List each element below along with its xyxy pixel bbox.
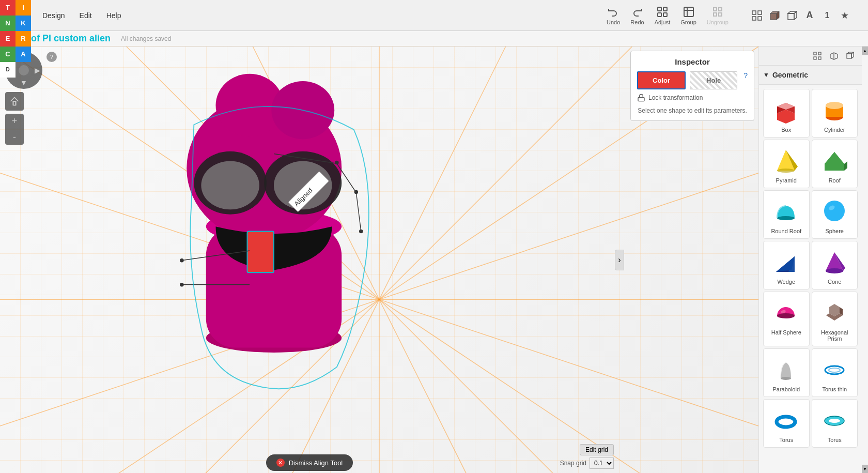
- main-content: Aligned ▲ ▼ ◀: [0, 47, 868, 473]
- half-sphere-svg: [772, 298, 800, 326]
- menu-items: Design Edit Help: [31, 8, 133, 23]
- view-star-icon[interactable]: ★: [837, 8, 853, 23]
- view-grid-icon[interactable]: [749, 8, 765, 23]
- svg-point-108: [829, 419, 840, 423]
- round-roof-shape-icon: [771, 195, 802, 226]
- hex-prism-shape-icon: [819, 296, 850, 327]
- view-3d-icon[interactable]: [767, 8, 782, 23]
- shape-cylinder[interactable]: Cylinder: [812, 89, 858, 138]
- ungroup-icon: [711, 6, 724, 18]
- view-text-icon[interactable]: A: [802, 8, 817, 23]
- shape-hex-prism[interactable]: Hexagonal Prism: [812, 292, 858, 346]
- zoom-out-button[interactable]: -: [5, 129, 24, 145]
- sphere-svg: [820, 196, 849, 225]
- color-button[interactable]: Color: [637, 71, 686, 89]
- scroll-down-button[interactable]: ▼: [862, 465, 868, 473]
- chevron-right-icon: ›: [618, 255, 621, 265]
- roof-svg: [820, 146, 849, 174]
- nav-down-arrow: ▼: [20, 79, 27, 87]
- scroll-thumb[interactable]: [862, 55, 868, 465]
- half-sphere-shape-icon: [771, 296, 802, 327]
- svg-rect-2: [658, 13, 661, 17]
- panel-collapse-handle[interactable]: ›: [615, 250, 624, 270]
- menu-design[interactable]: Design: [36, 8, 71, 23]
- shape-wedge[interactable]: Wedge: [763, 241, 810, 289]
- menu-help[interactable]: Help: [100, 8, 128, 23]
- inspector-help-icon[interactable]: ?: [743, 71, 748, 89]
- roof-shape-icon: [819, 144, 850, 175]
- view-wireframe-icon[interactable]: [784, 8, 800, 23]
- grid-view-icon: [752, 10, 762, 21]
- inspector-panel: Inspector Color Hole ? Lock transformati…: [630, 51, 754, 121]
- pyramid-svg: [772, 146, 800, 174]
- ungroup-label: Ungroup: [707, 19, 729, 25]
- svg-rect-3: [663, 13, 667, 17]
- paraboloid-shape-icon: [771, 353, 802, 384]
- wedge-svg: [772, 247, 800, 276]
- home-view-button[interactable]: [5, 92, 24, 111]
- panel-grid-icon[interactable]: [810, 49, 825, 63]
- svg-rect-1: [663, 7, 667, 11]
- lock-label: Lock transformation: [648, 94, 703, 101]
- group-button[interactable]: Group: [680, 6, 696, 25]
- shape-half-sphere[interactable]: Half Sphere: [763, 292, 810, 346]
- redo-button[interactable]: Redo: [630, 6, 644, 25]
- shape-torus[interactable]: Torus: [763, 399, 810, 448]
- hex-prism-label: Hexagonal Prism: [814, 329, 856, 342]
- ungroup-button[interactable]: Ungroup: [707, 6, 729, 25]
- undo-button[interactable]: Undo: [607, 6, 620, 25]
- snap-grid-label: Snap grid: [560, 460, 586, 467]
- dismiss-align-tool-button[interactable]: ✕ Dismiss Align Tool: [266, 454, 353, 471]
- toolbar-actions: Undo Redo Adjust Group: [596, 6, 868, 25]
- torus-blue-label: Torus: [828, 437, 842, 443]
- menu-edit[interactable]: Edit: [73, 8, 98, 23]
- torus-blue-shape-icon: [819, 404, 850, 435]
- wireframe-icon: [787, 10, 797, 21]
- canvas-area[interactable]: Aligned ▲ ▼ ◀: [0, 47, 758, 473]
- svg-marker-86: [825, 152, 844, 171]
- hole-button[interactable]: Hole: [690, 71, 737, 89]
- pyramid-label: Pyramid: [776, 177, 797, 184]
- logo-e: E: [0, 31, 16, 47]
- shape-pyramid[interactable]: Pyramid: [763, 140, 810, 188]
- grid-controls: Edit grid Snap grid 0.1 0.5 1.0 2.0: [560, 444, 614, 469]
- shape-sphere[interactable]: Sphere: [812, 190, 858, 239]
- dismiss-x-icon: ✕: [276, 459, 285, 467]
- help-button[interactable]: ?: [47, 52, 57, 62]
- panel-top-icons: [759, 47, 862, 66]
- edit-grid-button[interactable]: Edit grid: [580, 444, 614, 455]
- zoom-in-button[interactable]: +: [5, 114, 24, 129]
- scroll-up-button[interactable]: ▲: [862, 47, 868, 55]
- lock-transformation[interactable]: Lock transformation: [637, 94, 748, 102]
- sphere-shape-icon: [819, 195, 850, 226]
- shape-round-roof[interactable]: Round Roof: [763, 190, 810, 239]
- half-sphere-label: Half Sphere: [771, 329, 801, 335]
- logo-i: I: [16, 0, 31, 16]
- view-num-icon[interactable]: 1: [819, 8, 835, 23]
- shape-torus-thin[interactable]: Torus thin: [812, 348, 858, 397]
- cylinder-label: Cylinder: [824, 127, 845, 133]
- adjust-button[interactable]: Adjust: [655, 6, 671, 25]
- snap-grid-select[interactable]: 0.1 0.5 1.0 2.0: [590, 457, 614, 469]
- cylinder-shape-icon: [819, 94, 850, 125]
- nav-right-arrow: ▶: [35, 66, 40, 74]
- adjust-icon: [656, 6, 669, 18]
- undo-label: Undo: [607, 19, 620, 25]
- svg-point-103: [825, 366, 844, 374]
- shape-box[interactable]: Box: [763, 89, 810, 138]
- panel-3d-icon[interactable]: [827, 49, 841, 63]
- shape-roof[interactable]: Roof: [812, 140, 858, 188]
- shapes-grid: Box Cylinder: [759, 85, 862, 452]
- panel-wire-icon[interactable]: [843, 49, 858, 63]
- roof-label: Roof: [829, 177, 841, 184]
- shape-paraboloid[interactable]: Paraboloid: [763, 348, 810, 397]
- cube-3d-icon: [769, 10, 780, 21]
- torus-blue-svg: [820, 405, 849, 434]
- paraboloid-svg: [772, 355, 800, 383]
- shape-torus-blue[interactable]: Torus: [812, 399, 858, 448]
- shape-cone[interactable]: Cone: [812, 241, 858, 289]
- cylinder-svg: [820, 95, 849, 124]
- view-icons: A 1 ★: [749, 8, 858, 23]
- redo-label: Redo: [630, 19, 644, 25]
- svg-point-106: [781, 420, 791, 424]
